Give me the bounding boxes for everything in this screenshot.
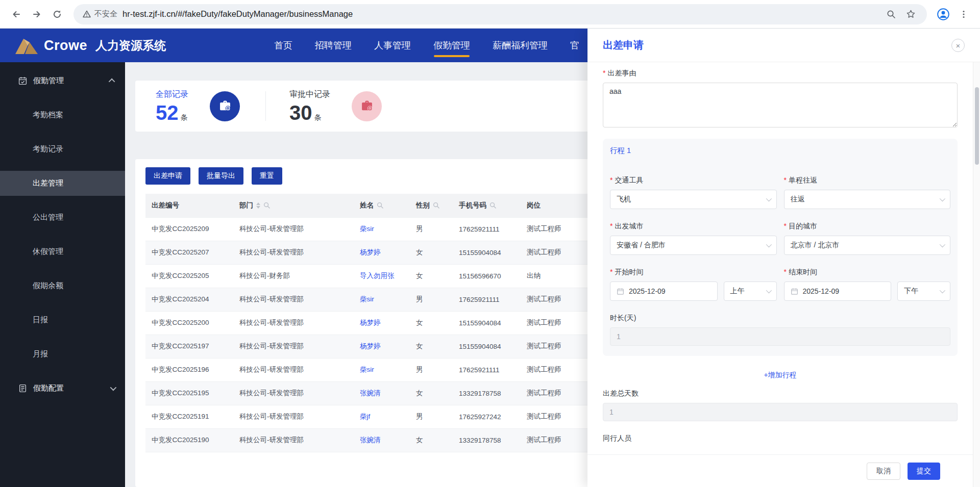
employee-link[interactable]: 柴sir [360, 295, 374, 303]
total-days-label: 出差总天数 [603, 389, 958, 398]
employee-link[interactable]: 柴sir [360, 225, 374, 233]
search-icon[interactable] [433, 202, 439, 209]
to-city-select[interactable]: 北京市 / 北京市 [784, 236, 951, 255]
employee-link[interactable]: 柴jf [360, 413, 370, 420]
end-period-select[interactable]: 下午 [897, 281, 950, 301]
sidebar-item[interactable]: 月报 [0, 342, 125, 367]
crowe-logo-icon [15, 37, 38, 54]
cell-trip-no: 中竞发CC2025190 [145, 428, 233, 452]
zoom-icon[interactable] [884, 7, 898, 21]
employee-link[interactable]: 杨梦婷 [360, 342, 381, 350]
transport-select[interactable]: 飞机 [610, 190, 777, 209]
sidebar-group-9[interactable]: 假勤配置 [0, 376, 125, 401]
nav-item-0[interactable]: 首页 [274, 29, 292, 62]
search-icon[interactable] [489, 202, 496, 209]
browser-menu-icon[interactable] [954, 5, 973, 23]
cell-name: 柴sir [354, 217, 410, 241]
start-date-input[interactable]: 2025-12-09 [610, 281, 718, 301]
cell-phone: 15156596670 [453, 264, 521, 288]
drawer-scrollbar[interactable] [973, 62, 980, 487]
bookmark-star-icon[interactable] [903, 7, 918, 21]
drawer-footer: 取消 提交 [587, 454, 973, 487]
batch-export-button[interactable]: 批量导出 [199, 167, 243, 185]
add-trip-link[interactable]: +增加行程 [603, 370, 958, 379]
scrollbar-thumb[interactable] [975, 87, 979, 165]
config-list-icon [18, 384, 27, 393]
sidebar-item[interactable]: 假期余额 [0, 273, 125, 298]
cell-name: 张婉清 [354, 381, 410, 405]
cell-gender: 女 [410, 428, 453, 452]
calendar-icon [617, 288, 624, 295]
employee-link[interactable]: 张婉清 [360, 389, 381, 397]
cell-gender: 女 [410, 335, 453, 358]
sidebar-item-label: 休假管理 [33, 247, 63, 257]
sidebar-item[interactable]: 日报 [0, 307, 125, 332]
col-header-gender: 性别 [410, 194, 453, 217]
sidebar-item-label: 公出管理 [33, 213, 63, 222]
trip-section: 行程 1 交通工具 飞机 单程往返 往返 [603, 139, 958, 356]
end-date-input[interactable]: 2025-12-09 [784, 281, 892, 301]
employee-link[interactable]: 杨梦婷 [360, 248, 381, 256]
reason-textarea[interactable]: aaa [603, 83, 958, 127]
drawer-title: 出差申请 [603, 38, 644, 52]
sort-icons[interactable] [256, 202, 260, 209]
col-header-trip-no: 出差编号 [145, 194, 233, 217]
cancel-button[interactable]: 取消 [867, 463, 900, 480]
address-bar[interactable]: 不安全 hr-test.zjf-it.cn/#/fakeDuty/fakeDut… [74, 4, 927, 24]
chevron-up-icon [109, 79, 115, 85]
from-city-select[interactable]: 安徽省 / 合肥市 [610, 236, 777, 255]
profile-avatar-icon[interactable] [934, 5, 952, 23]
col-header-name: 姓名 [354, 194, 410, 217]
stat-unit: 条 [314, 113, 322, 122]
trip-title: 行程 1 [610, 146, 950, 155]
round-trip-select[interactable]: 往返 [784, 190, 951, 209]
chevron-down-icon [766, 288, 771, 293]
employee-link[interactable]: 导入勿用张 [360, 272, 395, 279]
sidebar-group-0[interactable]: 假勤管理 [0, 68, 125, 93]
chevron-down-icon [940, 242, 945, 247]
sidebar-item[interactable]: 出差管理 [0, 171, 125, 196]
cell-phone: 17625921111 [453, 288, 521, 311]
apply-trip-button[interactable]: 出差申请 [145, 167, 190, 185]
sidebar-item[interactable]: 考勤记录 [0, 137, 125, 162]
search-icon[interactable] [377, 202, 383, 209]
sidebar-item[interactable]: 公出管理 [0, 205, 125, 230]
employee-link[interactable]: 柴sir [360, 366, 374, 373]
brand-name: Crowe [44, 38, 87, 54]
nav-item-2[interactable]: 人事管理 [374, 29, 411, 62]
nav-item-5[interactable]: 官 [570, 29, 579, 62]
employee-link[interactable]: 杨梦婷 [360, 319, 381, 326]
chevron-down-icon [766, 196, 771, 201]
reset-button[interactable]: 重置 [252, 167, 282, 185]
search-icon[interactable] [263, 202, 270, 209]
cell-phone: 15155904084 [453, 335, 521, 358]
cell-trip-no: 中竞发CC2025197 [145, 335, 233, 358]
nav-item-3[interactable]: 假勤管理 [433, 29, 470, 62]
submit-button[interactable]: 提交 [908, 463, 940, 480]
cell-dept: 科技公司-研发管理部 [233, 288, 354, 311]
browser-toolbar: 不安全 hr-test.zjf-it.cn/#/fakeDuty/fakeDut… [0, 0, 980, 29]
cell-name: 柴jf [354, 405, 410, 428]
cell-phone: 15155904084 [453, 311, 521, 335]
close-icon[interactable]: × [951, 39, 965, 52]
cell-phone: 13329178758 [453, 381, 521, 405]
sidebar-item-label: 出差管理 [33, 178, 63, 188]
stat-value: 30 [289, 102, 312, 123]
end-time-label: 结束时间 [784, 267, 951, 276]
cell-dept: 科技公司-研发管理部 [233, 311, 354, 335]
refresh-icon[interactable] [48, 5, 66, 23]
back-icon[interactable] [7, 5, 26, 23]
cell-phone: 15155904084 [453, 241, 521, 264]
nav-item-1[interactable]: 招聘管理 [315, 29, 352, 62]
page-title: 人力资源系统 [95, 38, 166, 54]
cell-name: 杨梦婷 [354, 241, 410, 264]
start-period-select[interactable]: 上午 [724, 281, 777, 301]
sidebar-item-label: 考勤记录 [33, 144, 63, 154]
sidebar-item-label: 日报 [33, 315, 48, 325]
forward-icon[interactable] [28, 5, 46, 23]
from-city-label: 出发城市 [610, 221, 777, 230]
sidebar-item[interactable]: 考勤档案 [0, 102, 125, 127]
employee-link[interactable]: 张婉清 [360, 436, 381, 444]
sidebar-item[interactable]: 休假管理 [0, 239, 125, 264]
nav-item-4[interactable]: 薪酬福利管理 [493, 29, 548, 62]
